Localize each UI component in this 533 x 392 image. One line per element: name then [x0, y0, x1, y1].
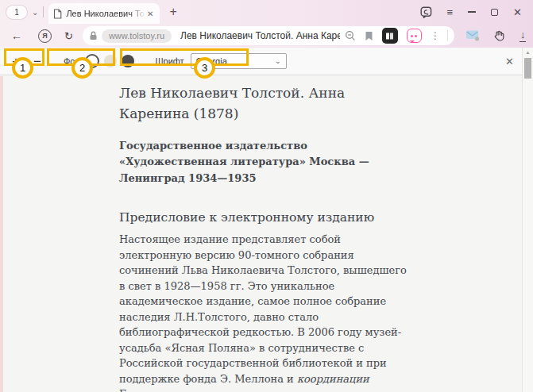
- window-maximize-icon[interactable]: [491, 9, 498, 16]
- address-bar: ← Я ↻ www.tolstoy.ru Лев Николаевич Толс…: [0, 24, 533, 48]
- annotation-number-1: 1: [12, 57, 33, 79]
- bookmark-icon[interactable]: [365, 31, 373, 41]
- address-field[interactable]: www.tolstoy.ru Лев Николаевич Толстой. А…: [83, 26, 454, 45]
- annotation-number-2: 2: [71, 57, 93, 79]
- window-minimize-icon[interactable]: [468, 11, 476, 13]
- tab-close-icon[interactable]: ✕: [145, 10, 155, 18]
- messenger-icon[interactable]: [407, 29, 422, 43]
- address-page-title: Лев Николаевич Толстой. Анна Каренина (.…: [180, 30, 340, 41]
- tab-counter-badge[interactable]: 1: [6, 6, 27, 19]
- tab-strip: 1 ⌄ Лев Николаевич Толст ✕ + ≡ ✕: [0, 0, 533, 24]
- yandex-button[interactable]: Я: [38, 29, 52, 43]
- window-edge-strip: [0, 76, 3, 392]
- more-options-icon[interactable]: ⋮: [431, 30, 440, 41]
- lock-icon[interactable]: [89, 31, 98, 40]
- article-body: Настоящее издание представляет собой эле…: [119, 232, 415, 392]
- new-tab-button[interactable]: +: [169, 6, 176, 18]
- annotation-number-3: 3: [194, 57, 215, 79]
- reader-close-icon[interactable]: ✕: [505, 56, 514, 67]
- reader-mode-icon[interactable]: [382, 28, 398, 44]
- article-publisher: Государственное издательство «Художестве…: [119, 138, 415, 187]
- field-divider: [447, 30, 448, 41]
- scrollbar-thumb[interactable]: [524, 58, 531, 79]
- browser-chrome: 1 ⌄ Лев Николаевич Толст ✕ + ≡ ✕ ← Я ↻: [0, 0, 533, 48]
- article-title: Лев Николаевич Толстой. Анна Каренина (1…: [119, 83, 415, 125]
- back-icon[interactable]: ←: [11, 30, 22, 41]
- chevron-down-icon: ⌄: [275, 57, 281, 65]
- scrollbar[interactable]: ▲: [522, 48, 533, 392]
- body-italic-text: координации: [297, 373, 369, 385]
- page-document-icon: [53, 9, 62, 19]
- tab-list-chevron-icon[interactable]: ⌄: [32, 8, 38, 17]
- scroll-up-arrow-icon[interactable]: ▲: [523, 48, 533, 55]
- reader-content: Лев Николаевич Толстой. Анна Каренина (1…: [0, 76, 522, 392]
- tabstrip-divider: [43, 6, 44, 17]
- mail-icon[interactable]: [465, 29, 480, 41]
- section-heading: Предисловие к электронному изданию: [119, 210, 415, 225]
- article: Лев Николаевич Толстой. Анна Каренина (1…: [119, 83, 415, 392]
- tab-title: Лев Николаевич Толст: [66, 9, 145, 18]
- body-text: Британского совета осуществили сканирова…: [119, 388, 410, 392]
- download-icon[interactable]: ↓: [519, 29, 527, 41]
- refresh-icon[interactable]: ↻: [64, 31, 73, 41]
- browser-menu-icon[interactable]: ≡: [447, 7, 454, 17]
- chat-icon[interactable]: [420, 6, 432, 18]
- active-tab[interactable]: Лев Николаевич Толст ✕: [48, 3, 160, 24]
- annotation-box-font: [120, 48, 249, 66]
- body-text: Настоящее издание представляет собой эле…: [119, 233, 407, 385]
- hand-collections-icon[interactable]: [493, 29, 506, 41]
- url-text: www.tolstoy.ru: [102, 29, 172, 43]
- window-close-icon[interactable]: ✕: [513, 7, 522, 17]
- zoom-out-icon[interactable]: [345, 30, 356, 41]
